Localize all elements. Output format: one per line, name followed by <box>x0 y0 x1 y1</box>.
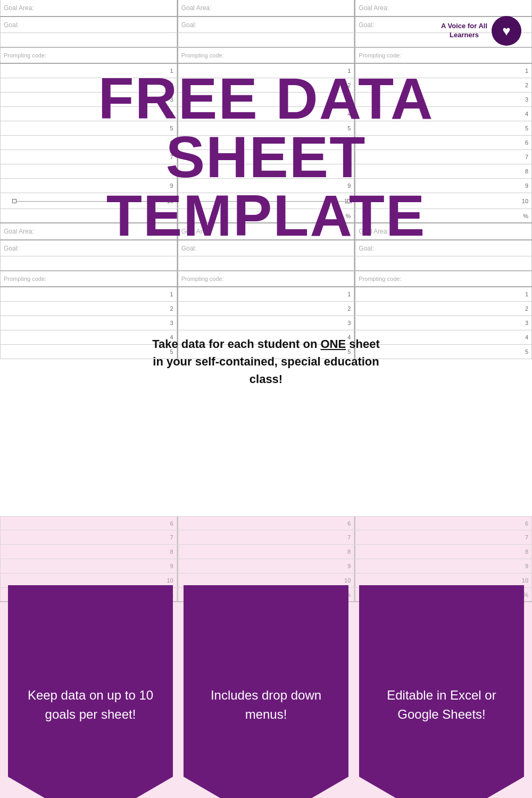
prompting2-3: Prompting code: <box>354 271 532 286</box>
main-title-container: FREE DATA SHEET TEMPLATE <box>32 69 500 245</box>
logo-name: A Voice for All <box>441 22 487 31</box>
b-n2c3: 2 <box>354 302 532 315</box>
bg-n6c3: 6 <box>354 517 532 530</box>
desc-line3: class! <box>250 372 282 386</box>
spreadsheet-section: Goal Area: Goal Area: Goal Area: Goal: G… <box>0 0 532 516</box>
banners-section: 666 777 888 999 101010 %%% Keep data on … <box>0 516 532 798</box>
b-n1c1: 1 <box>0 287 177 301</box>
b-n1c3: 1 <box>354 287 532 301</box>
banner-text-3: Editable in Excel or Google Sheets! <box>370 686 513 724</box>
bg-n9c2: 9 <box>177 559 355 573</box>
prompting2-1: Prompting code: <box>0 271 177 286</box>
date2-3 <box>354 256 532 270</box>
logo-text-block: A Voice for All Learners <box>441 22 487 40</box>
goal-area-header-2: Goal Area: <box>177 0 355 16</box>
prompting-2: Prompting code: <box>177 48 355 63</box>
goal-area-header-3: Goal Area: <box>354 0 532 16</box>
banner-text-2: Includes drop down menus! <box>194 686 338 724</box>
banner-card-3: Editable in Excel or Google Sheets! <box>359 585 524 798</box>
b-n2c1: 2 <box>0 302 177 315</box>
b-n2c2: 2 <box>177 302 355 315</box>
title-line3: TEMPLATE <box>32 186 500 245</box>
b-n3c3: 3 <box>354 316 532 330</box>
desc-line2: in your self-contained, special educatio… <box>153 355 379 368</box>
prompting-1: Prompting code: <box>0 48 177 63</box>
bg-n6c1: 6 <box>0 517 177 530</box>
desc-sheet: sheet <box>349 337 379 351</box>
logo-name2: Learners <box>441 31 487 40</box>
bg-n8c3: 8 <box>354 545 532 559</box>
heart-icon: ♥ <box>502 23 510 39</box>
bg-n7c3: 7 <box>354 530 532 544</box>
bg-n9c1: 9 <box>0 559 177 573</box>
banner-card-2: Includes drop down menus! <box>184 585 348 798</box>
prompting-3: Prompting code: <box>354 48 532 63</box>
title-line1: FREE DATA <box>32 69 500 128</box>
bg-n9c3: 9 <box>354 559 532 573</box>
b-n3c2: 3 <box>177 316 355 330</box>
description-container: Take data for each student on ONE sheet … <box>0 335 532 388</box>
goal-area-header-1: Goal Area: <box>0 0 177 16</box>
bg-n7c1: 7 <box>0 530 177 544</box>
banner-card-1: Keep data on up to 10 goals per sheet! <box>8 585 173 798</box>
goal-label-2: Goal: <box>177 17 355 32</box>
date-row-1 <box>0 33 177 47</box>
title-line2: SHEET <box>32 128 500 186</box>
bg-n6c2: 6 <box>177 517 355 530</box>
prompting2-2: Prompting code: <box>177 271 355 286</box>
date2-2 <box>177 256 355 270</box>
goal-label-1: Goal: <box>0 17 177 32</box>
b-n1c2: 1 <box>177 287 355 301</box>
date-row-2 <box>177 33 355 47</box>
bg-n7c2: 7 <box>177 530 355 544</box>
b-n3c1: 3 <box>0 316 177 330</box>
logo-circle: ♥ <box>492 16 521 46</box>
description-text: Take data for each student on ONE sheet … <box>16 335 516 388</box>
desc-one: ONE <box>320 337 346 351</box>
desc-take: Take data for each student on <box>152 337 317 351</box>
bg-n8c2: 8 <box>177 545 355 559</box>
bg-n8c1: 8 <box>0 545 177 559</box>
date2-1 <box>0 256 177 270</box>
banner-text-1: Keep data on up to 10 goals per sheet! <box>19 686 162 724</box>
logo-area: A Voice for All Learners ♥ <box>441 16 521 46</box>
